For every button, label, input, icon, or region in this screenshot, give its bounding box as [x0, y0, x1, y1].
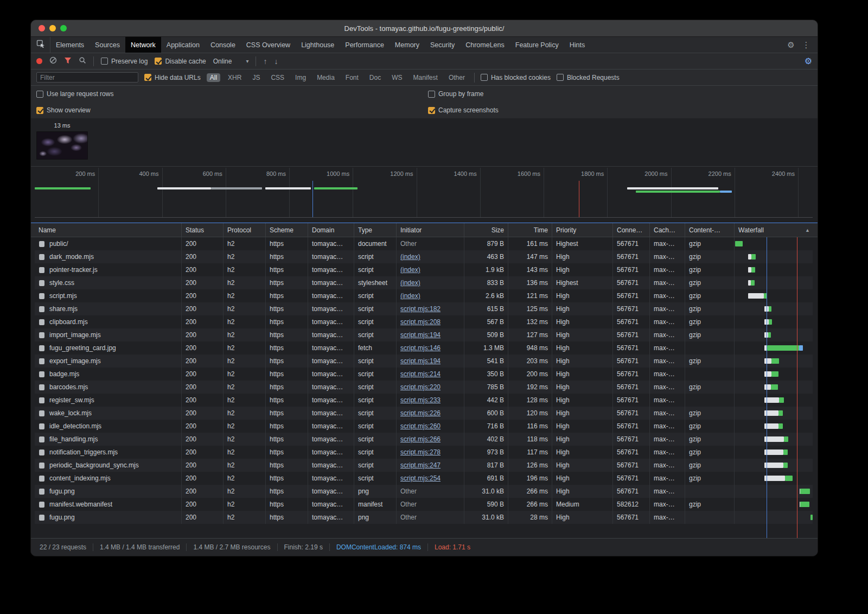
initiator-link[interactable]: (index): [400, 292, 420, 300]
initiator-link[interactable]: script.mjs:146: [400, 344, 441, 352]
filter-chip-xhr[interactable]: XHR: [225, 73, 245, 82]
request-row-public[interactable]: public/200h2httpstomayac…documentOther87…: [35, 237, 813, 250]
request-row-pointer-tracker-js[interactable]: pointer-tracker.js200h2httpstomayac…scri…: [35, 263, 813, 276]
use-large-request-rows-checkbox[interactable]: [36, 91, 43, 98]
initiator-link[interactable]: script.mjs:208: [400, 318, 441, 326]
blocked-requests-checkbox[interactable]: [557, 74, 564, 81]
column-header-time[interactable]: Time: [508, 223, 552, 237]
inspect-element-button[interactable]: [31, 37, 50, 53]
initiator-link[interactable]: (index): [400, 279, 420, 287]
tab-console[interactable]: Console: [205, 37, 241, 53]
request-row-export-image-mjs[interactable]: export_image.mjs200h2httpstomayac…script…: [35, 355, 813, 368]
initiator-link[interactable]: (index): [400, 253, 420, 261]
column-header-name[interactable]: Name: [35, 223, 182, 237]
initiator-link[interactable]: script.mjs:233: [400, 396, 441, 404]
filter-chip-font[interactable]: Font: [342, 73, 362, 82]
column-header-scheme[interactable]: Scheme: [266, 223, 308, 237]
minimize-button[interactable]: [49, 25, 56, 31]
tab-performance[interactable]: Performance: [340, 37, 390, 53]
column-header-initiator[interactable]: Initiator: [397, 223, 464, 237]
request-row-manifest-webmanifest[interactable]: manifest.webmanifest200h2httpstomayac…ma…: [35, 498, 813, 511]
initiator-link[interactable]: script.mjs:194: [400, 357, 441, 365]
request-row-register-sw-mjs[interactable]: register_sw.mjs200h2httpstomayac…scripts…: [35, 394, 813, 407]
titlebar[interactable]: DevTools - tomayac.github.io/fugu-greeti…: [31, 20, 818, 37]
tab-lighthouse[interactable]: Lighthouse: [296, 37, 340, 53]
request-row-content-indexing-mjs[interactable]: content_indexing.mjs200h2httpstomayac…sc…: [35, 472, 813, 485]
column-header-status[interactable]: Status: [182, 223, 224, 237]
filter-chip-img[interactable]: Img: [292, 73, 309, 82]
tab-memory[interactable]: Memory: [390, 37, 425, 53]
initiator-link[interactable]: script.mjs:226: [400, 409, 441, 417]
initiator-link[interactable]: script.mjs:247: [400, 461, 441, 469]
column-header-conne[interactable]: Conne…: [613, 223, 650, 237]
request-row-fugu-png[interactable]: fugu.png200h2httpstomayac…pngOther31.0 k…: [35, 511, 813, 524]
column-header-cach[interactable]: Cach…: [650, 223, 685, 237]
clear-button[interactable]: [49, 56, 57, 66]
filmstrip-frame[interactable]: 13 ms: [36, 122, 88, 160]
request-row-dark-mode-mjs[interactable]: dark_mode.mjs200h2httpstomayac…script(in…: [35, 250, 813, 263]
initiator-link[interactable]: script.mjs:278: [400, 448, 441, 456]
tab-network[interactable]: Network: [125, 37, 161, 53]
tab-css-overview[interactable]: CSS Overview: [241, 37, 296, 53]
initiator-link[interactable]: (index): [400, 266, 420, 274]
initiator-link[interactable]: script.mjs:260: [400, 422, 441, 430]
screenshot-thumbnail[interactable]: [36, 131, 88, 160]
initiator-link[interactable]: script.mjs:214: [400, 370, 441, 378]
filter-chip-ws[interactable]: WS: [388, 73, 405, 82]
hide-data-urls-checkbox[interactable]: [144, 74, 151, 81]
filter-chip-manifest[interactable]: Manifest: [410, 73, 441, 82]
initiator-link[interactable]: script.mjs:182: [400, 305, 441, 313]
tab-elements[interactable]: Elements: [50, 37, 90, 53]
request-row-file-handling-mjs[interactable]: file_handling.mjs200h2httpstomayac…scrip…: [35, 433, 813, 446]
request-row-periodic-background-sync-mjs[interactable]: periodic_background_sync.mjs200h2httpsto…: [35, 459, 813, 472]
tab-chromelens[interactable]: ChromeLens: [460, 37, 510, 53]
column-header-content[interactable]: Content-…: [685, 223, 735, 237]
record-button[interactable]: [36, 58, 42, 64]
filter-chip-css[interactable]: CSS: [267, 73, 288, 82]
filter-chip-all[interactable]: All: [207, 73, 220, 82]
column-header-type[interactable]: Type: [354, 223, 397, 237]
filter-chip-other[interactable]: Other: [445, 73, 468, 82]
column-header-priority[interactable]: Priority: [552, 223, 613, 237]
request-row-fugu-greeting-card-jpg[interactable]: fugu_greeting_card.jpg200h2httpstomayac……: [35, 341, 813, 355]
initiator-link[interactable]: script.mjs:254: [400, 474, 441, 482]
filter-chip-media[interactable]: Media: [314, 73, 338, 82]
network-settings-button[interactable]: ⚙: [805, 56, 812, 66]
filter-funnel-button[interactable]: [64, 57, 72, 66]
group-by-frame-checkbox[interactable]: [428, 91, 435, 98]
column-header-waterfall[interactable]: Waterfall▲: [735, 223, 813, 237]
tab-application[interactable]: Application: [161, 37, 205, 53]
capture-screenshots-checkbox[interactable]: [428, 107, 435, 114]
request-row-clipboard-mjs[interactable]: clipboard.mjs200h2httpstomayac…scriptscr…: [35, 315, 813, 328]
close-button[interactable]: [39, 25, 45, 31]
request-row-badge-mjs[interactable]: badge.mjs200h2httpstomayac…scriptscript.…: [35, 368, 813, 381]
preserve-log-checkbox[interactable]: [101, 58, 108, 65]
filter-chip-js[interactable]: JS: [249, 73, 263, 82]
filter-input[interactable]: [36, 72, 138, 83]
zoom-button[interactable]: [60, 25, 67, 31]
request-row-script-mjs[interactable]: script.mjs200h2httpstomayac…script(index…: [35, 289, 813, 302]
column-header-protocol[interactable]: Protocol: [224, 223, 266, 237]
request-row-import-image-mjs[interactable]: import_image.mjs200h2httpstomayac…script…: [35, 328, 813, 341]
request-row-share-mjs[interactable]: share.mjs200h2httpstomayac…scriptscript.…: [35, 302, 813, 315]
initiator-link[interactable]: script.mjs:266: [400, 435, 441, 443]
request-row-notification-triggers-mjs[interactable]: notification_triggers.mjs200h2httpstomay…: [35, 446, 813, 459]
more-options-button[interactable]: ⋮: [799, 38, 813, 52]
disable-cache-checkbox[interactable]: [155, 58, 162, 65]
tab-feature-policy[interactable]: Feature Policy: [510, 37, 564, 53]
throttling-select[interactable]: Online ▾: [213, 58, 249, 65]
network-overview[interactable]: 200 ms400 ms600 ms800 ms1000 ms1200 ms14…: [31, 166, 818, 223]
tab-hints[interactable]: Hints: [564, 37, 590, 53]
column-header-size[interactable]: Size: [464, 223, 508, 237]
request-row-barcodes-mjs[interactable]: barcodes.mjs200h2httpstomayac…scriptscri…: [35, 381, 813, 394]
initiator-link[interactable]: script.mjs:220: [400, 383, 441, 391]
request-row-style-css[interactable]: style.css200h2httpstomayac…stylesheet(in…: [35, 276, 813, 289]
request-row-wake-lock-mjs[interactable]: wake_lock.mjs200h2httpstomayac…scriptscr…: [35, 407, 813, 420]
request-row-fugu-png[interactable]: fugu.png200h2httpstomayac…pngOther31.0 k…: [35, 485, 813, 498]
search-button[interactable]: [79, 56, 86, 66]
tab-security[interactable]: Security: [425, 37, 460, 53]
initiator-link[interactable]: script.mjs:194: [400, 331, 441, 339]
show-overview-checkbox[interactable]: [36, 107, 43, 114]
filter-chip-doc[interactable]: Doc: [366, 73, 384, 82]
export-har-button[interactable]: ↓: [274, 57, 278, 66]
